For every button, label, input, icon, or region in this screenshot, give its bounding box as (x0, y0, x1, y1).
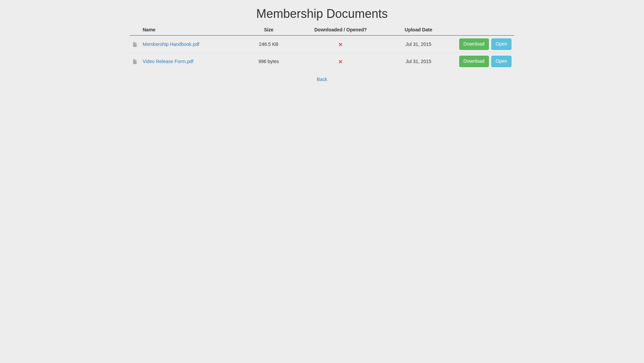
table-row: Membership Handbook.pdf 246.5 KB Jul 31,… (130, 35, 514, 53)
table-header-icon (130, 24, 140, 35)
table-header-upload-date: Upload Date (390, 24, 447, 35)
table-header-name: Name (140, 24, 246, 35)
file-name-link[interactable]: Video Release Form.pdf (143, 59, 194, 64)
file-icon (133, 41, 137, 47)
file-size: 246.5 KB (246, 35, 291, 53)
page-title: Membership Documents (130, 7, 514, 21)
cross-icon (338, 59, 343, 64)
file-name-link[interactable]: Membership Handbook.pdf (143, 41, 199, 47)
table-header-actions (447, 24, 514, 35)
open-button[interactable]: Open (491, 56, 511, 67)
table-header-downloaded: Downloaded / Opened? (291, 24, 390, 35)
documents-table: Name Size Downloaded / Opened? Upload Da… (130, 24, 514, 70)
file-size: 996 bytes (246, 53, 291, 69)
table-header-size: Size (246, 24, 291, 35)
file-icon (133, 59, 137, 64)
download-button[interactable]: Download (459, 56, 489, 67)
download-button[interactable]: Download (459, 38, 489, 50)
back-link[interactable]: Back (130, 77, 514, 82)
upload-date: Jul 31, 2015 (390, 35, 447, 53)
open-button[interactable]: Open (491, 38, 511, 50)
cross-icon (338, 41, 343, 47)
table-row: Video Release Form.pdf 996 bytes Jul 31,… (130, 53, 514, 69)
upload-date: Jul 31, 2015 (390, 53, 447, 69)
